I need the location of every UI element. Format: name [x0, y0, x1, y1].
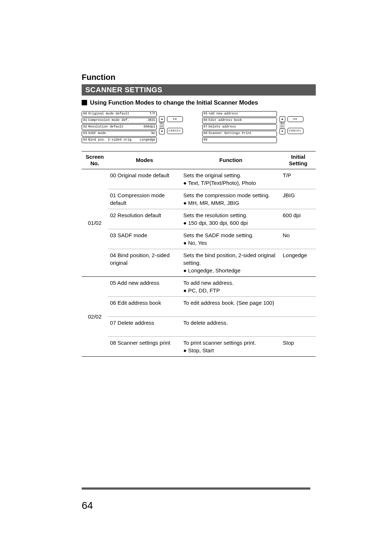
page-number: 64 [82, 500, 93, 511]
table-row: 08 Scanner settings print To print scann… [82, 337, 316, 357]
table-row: 07 Delete address To delete address. [82, 317, 316, 337]
section-title-bar: SCANNER SETTINGS [82, 84, 316, 96]
ok-button[interactable]: OK [167, 116, 183, 122]
func-cell: To edit address book. (See page 100) [181, 297, 281, 317]
init-cell [281, 297, 316, 317]
mode-cell: 01 Compression mode default [108, 189, 181, 209]
init-cell: 600 dpi [281, 209, 316, 229]
table-row: 02/02 05 Add new address To add new addr… [82, 277, 316, 297]
table-row: 01 Compression mode default Sets the com… [82, 189, 316, 209]
table-row: 04 Bind position, 2-sided original Sets … [82, 249, 316, 277]
list-item: 01Compression mode def.JBIG [82, 118, 157, 123]
mode-cell: 08 Scanner settings print [108, 337, 181, 357]
page-indicator: 02 02 [280, 122, 284, 128]
down-arrow-icon[interactable]: ▼ [279, 129, 285, 134]
col-modes: Modes [108, 151, 181, 169]
init-cell: Stop [281, 337, 316, 357]
table-row: 02 Resolution default Sets the resolutio… [82, 209, 316, 229]
mode-cell: 02 Resolution default [108, 209, 181, 229]
init-cell: Longedge [281, 249, 316, 277]
mode-cell: 05 Add new address [108, 277, 181, 297]
sub-heading-text: Using Function Modes to change the Initi… [90, 99, 258, 106]
list-item: 05Add new address [202, 111, 277, 117]
init-cell: JBIG [281, 189, 316, 209]
init-cell [281, 277, 316, 297]
func-cell: Sets the original setting.Text, T/P(Text… [181, 169, 281, 189]
settings-table: Screen No. Modes Function Initial Settin… [82, 151, 316, 357]
up-arrow-icon[interactable]: ▲ [159, 116, 165, 122]
screenshot-row: 00Original mode defaultT/P 01Compression… [82, 111, 316, 144]
func-cell: Sets the SADF mode setting.No, Yes [181, 229, 281, 249]
screenshot-right: 05Add new address 06Edit address book 07… [202, 111, 316, 144]
func-cell: Sets the compression mode setting.MH, MR… [181, 189, 281, 209]
init-cell: No [281, 229, 316, 249]
func-cell: Sets the resolution setting.150 dpi, 300… [181, 209, 281, 229]
list-item: 09 [202, 137, 277, 143]
mode-cell: 04 Bind position, 2-sided original [108, 249, 181, 277]
list-item: 08Scanner Settings Print [202, 131, 277, 137]
screen-cell: 01/02 [82, 169, 108, 277]
sub-heading: Using Function Modes to change the Initi… [82, 99, 316, 106]
func-cell: To delete address. [181, 317, 281, 337]
table-row: 03 SADF mode Sets the SADF mode setting.… [82, 229, 316, 249]
screen-cell: 02/02 [82, 277, 108, 357]
mode-cell: 06 Edit address book [108, 297, 181, 317]
table-row: 06 Edit address book To edit address boo… [82, 297, 316, 317]
func-cell: To print scanner settings print.Stop, St… [181, 337, 281, 357]
mode-cell: 07 Delete address [108, 317, 181, 337]
col-screen: Screen No. [82, 151, 108, 169]
square-bullet-icon [82, 100, 87, 105]
page-heading: Function [82, 73, 316, 82]
mode-cell: 03 SADF mode [108, 229, 181, 249]
page-indicator: 01 02 [160, 122, 164, 128]
init-cell: T/P [281, 169, 316, 189]
up-arrow-icon[interactable]: ▲ [279, 116, 285, 122]
table-row: 01/02 00 Original mode default Sets the … [82, 169, 316, 189]
col-initial: Initial Setting [281, 151, 316, 169]
list-item: 00Original mode defaultT/P [82, 111, 157, 117]
list-item: 07Delete address [202, 124, 277, 130]
down-arrow-icon[interactable]: ▼ [159, 129, 165, 134]
list-item: 03SADF modeNo [82, 131, 157, 137]
func-cell: To add new address.PC, DD, FTP [181, 277, 281, 297]
list-item: 02Resolution default600dpi [82, 124, 157, 130]
ok-button[interactable]: OK [287, 116, 303, 122]
screenshot-left: 00Original mode defaultT/P 01Compression… [82, 111, 196, 144]
footer-rule [82, 487, 310, 490]
init-cell [281, 317, 316, 337]
list-item: 06Edit address book [202, 118, 277, 123]
func-cell: Sets the bind position, 2-sided original… [181, 249, 281, 277]
cancel-button[interactable]: CANCEL [167, 128, 183, 134]
cancel-button[interactable]: CANCEL [287, 128, 303, 134]
col-function: Function [181, 151, 281, 169]
mode-cell: 00 Original mode default [108, 169, 181, 189]
list-item: 04Bind pos. 2-sided orig.Longedge [82, 137, 157, 143]
